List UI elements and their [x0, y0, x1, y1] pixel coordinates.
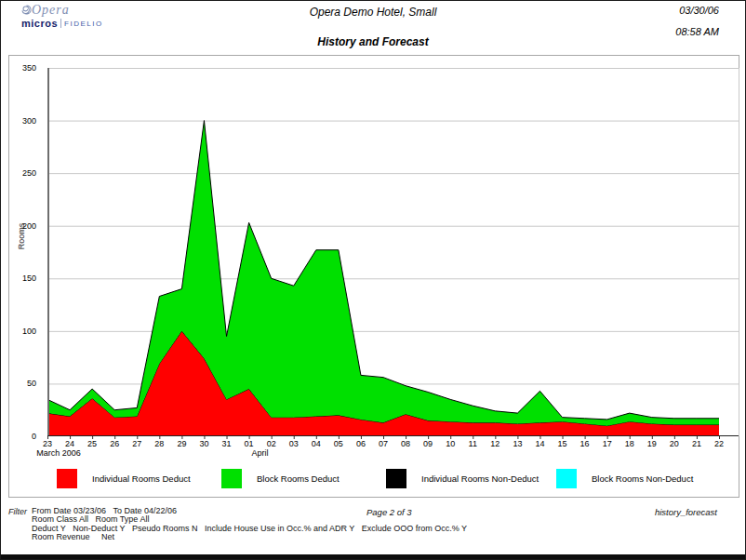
x-tick-label: 09 [423, 439, 433, 448]
bottom-window-edge [1, 554, 745, 559]
x-tick-label: 06 [356, 439, 366, 448]
x-tick-label: 19 [647, 439, 657, 448]
legend-swatch [57, 469, 77, 488]
x-tick-label: 31 [222, 439, 232, 448]
x-tick-label: 24 [65, 439, 74, 448]
report-time: 08:58 AM [675, 26, 719, 37]
x-tick-label: 02 [267, 439, 276, 448]
x-tick-label: 01 [245, 439, 254, 448]
x-tick-label: 20 [670, 439, 679, 448]
x-tick-label: 29 [177, 439, 186, 448]
legend-label: Block Rooms Non-Deduct [592, 473, 693, 484]
x-tick-label: 11 [469, 439, 477, 448]
x-axis-tick-labels: 2324252627282930310102030405060708091011… [47, 439, 739, 461]
y-tick-label: 50 [27, 379, 36, 388]
x-tick-label: 17 [603, 439, 612, 448]
report-date: 03/30/06 [679, 5, 719, 16]
legend-label: Individual Rooms Non-Deduct [421, 473, 539, 484]
x-tick-label: 08 [401, 439, 410, 448]
legend-label: Block Rooms Deduct [257, 473, 340, 484]
x-tick-label: 25 [87, 439, 97, 448]
legend-item: Individual Rooms Non-Deduct [386, 469, 539, 488]
x-tick-label: 27 [132, 439, 141, 448]
page-number: Page 2 of 3 [366, 507, 412, 517]
x-axis-month-label: April [252, 448, 269, 458]
y-tick-label: 150 [22, 273, 36, 283]
chart-legend: Individual Rooms DeductBlock Rooms Deduc… [8, 469, 738, 493]
y-tick-label: 0 [32, 432, 36, 441]
legend-label: Individual Rooms Deduct [92, 473, 191, 484]
report-page: Opera micros FIDELIO Opera Demo Hotel, S… [0, 0, 746, 560]
x-tick-label: 26 [110, 439, 119, 448]
legend-item: Block Rooms Deduct [221, 469, 340, 488]
x-tick-label: 21 [692, 439, 701, 448]
x-tick-label: 15 [558, 439, 567, 448]
report-subtitle: History and Forecast [1, 35, 745, 48]
legend-swatch [556, 469, 577, 488]
legend-item: Block Rooms Non-Deduct [556, 469, 693, 488]
x-tick-label: 22 [714, 439, 724, 448]
legend-swatch [221, 469, 242, 488]
filter-label: Filter [8, 507, 27, 516]
x-axis-month-label: March 2006 [36, 448, 81, 458]
legend-item: Individual Rooms Deduct [57, 469, 191, 488]
x-tick-label: 28 [154, 439, 164, 448]
x-tick-label: 12 [490, 439, 500, 448]
filter-line-revenue: Room Revenue Net [32, 533, 467, 541]
y-tick-label: 350 [22, 63, 36, 73]
y-tick-label: 200 [22, 221, 36, 231]
x-tick-label: 10 [446, 439, 455, 448]
y-tick-label: 250 [22, 168, 36, 178]
x-tick-label: 04 [312, 439, 321, 448]
y-tick-label: 100 [22, 327, 36, 336]
x-tick-label: 05 [334, 439, 343, 448]
x-tick-label: 03 [289, 439, 299, 448]
x-tick-label: 14 [535, 439, 544, 448]
y-tick-label: 300 [22, 116, 36, 126]
x-tick-label: 16 [580, 439, 590, 448]
x-tick-label: 13 [513, 439, 522, 448]
report-title: Opera Demo Hotel, Small [1, 6, 745, 19]
y-axis-tick-labels: 050100150200250300350 [1, 68, 43, 437]
area-series [47, 121, 719, 426]
x-tick-label: 23 [43, 439, 52, 448]
stacked-area-chart [47, 68, 739, 440]
logo-divider [60, 19, 61, 28]
legend-swatch [386, 469, 406, 488]
x-tick-label: 07 [379, 439, 388, 448]
x-tick-label: 30 [199, 439, 208, 448]
micros-logo-text: micros [21, 18, 58, 29]
x-tick-label: 18 [625, 439, 634, 448]
fidelio-logo-text: FIDELIO [64, 20, 103, 28]
report-file-name: history_forecast [655, 507, 717, 517]
